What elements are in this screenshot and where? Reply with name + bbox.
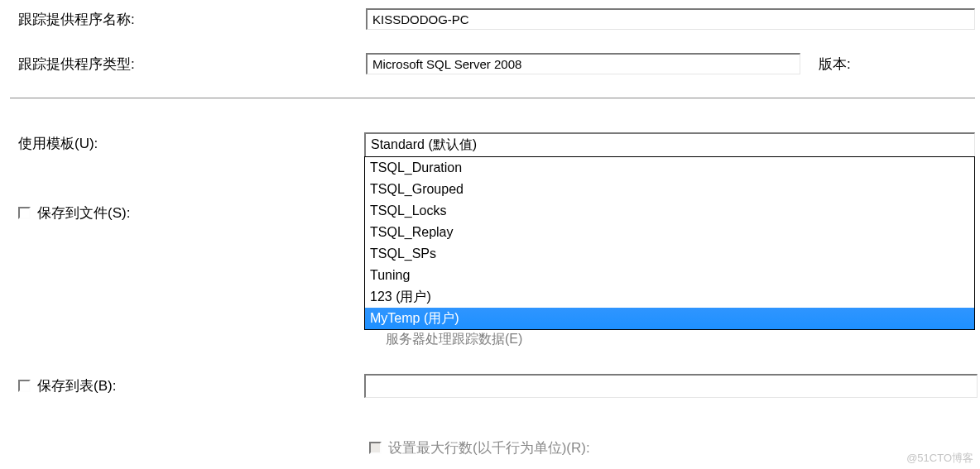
max-rows-checkbox — [369, 442, 382, 454]
dropdown-item[interactable]: TSQL_Grouped — [365, 179, 974, 200]
dropdown-item[interactable]: 123 (用户) — [365, 286, 974, 308]
use-template-label: 使用模板(U): — [18, 134, 364, 153]
dropdown-item[interactable]: MyTemp (用户) — [365, 308, 974, 329]
save-to-file-checkbox[interactable] — [18, 207, 31, 219]
provider-name-input[interactable]: KISSDODOG-PC — [366, 8, 975, 30]
save-to-table-checkbox[interactable] — [18, 380, 31, 392]
save-to-file-label: 保存到文件(S): — [37, 203, 130, 223]
provider-type-input[interactable]: Microsoft SQL Server 2008 — [366, 53, 800, 74]
dropdown-item[interactable]: TSQL_Locks — [365, 200, 974, 222]
dropdown-item[interactable]: TSQL_Replay — [365, 222, 974, 243]
save-to-file-checkbox-wrap[interactable]: 保存到文件(S): — [18, 203, 130, 223]
max-rows-checkbox-wrap: 设置最大行数(以千行为单位)(R): — [369, 438, 590, 457]
divider-top — [10, 98, 975, 99]
watermark: @51CTO博客 — [906, 451, 973, 466]
dropdown-item[interactable]: TSQL_SPs — [365, 243, 974, 265]
save-to-table-label: 保存到表(B): — [37, 376, 116, 395]
save-to-table-checkbox-wrap[interactable]: 保存到表(B): — [18, 376, 364, 395]
max-rows-label: 设置最大行数(以千行为单位)(R): — [388, 438, 590, 457]
template-selected-value: Standard (默认值) — [364, 132, 975, 157]
template-combobox[interactable]: Standard (默认值) — [364, 132, 975, 155]
server-process-trace-label: 服务器处理跟踪数据(E) — [386, 331, 522, 348]
provider-name-label: 跟踪提供程序名称: — [18, 10, 366, 29]
version-label: 版本: — [819, 55, 851, 74]
template-dropdown-list[interactable]: TSQL_DurationTSQL_GroupedTSQL_LocksTSQL_… — [364, 156, 975, 330]
provider-type-label: 跟踪提供程序类型: — [18, 55, 366, 74]
save-to-table-input[interactable] — [364, 374, 978, 398]
dropdown-item[interactable]: Tuning — [365, 265, 974, 286]
dropdown-item[interactable]: TSQL_Duration — [365, 157, 974, 179]
